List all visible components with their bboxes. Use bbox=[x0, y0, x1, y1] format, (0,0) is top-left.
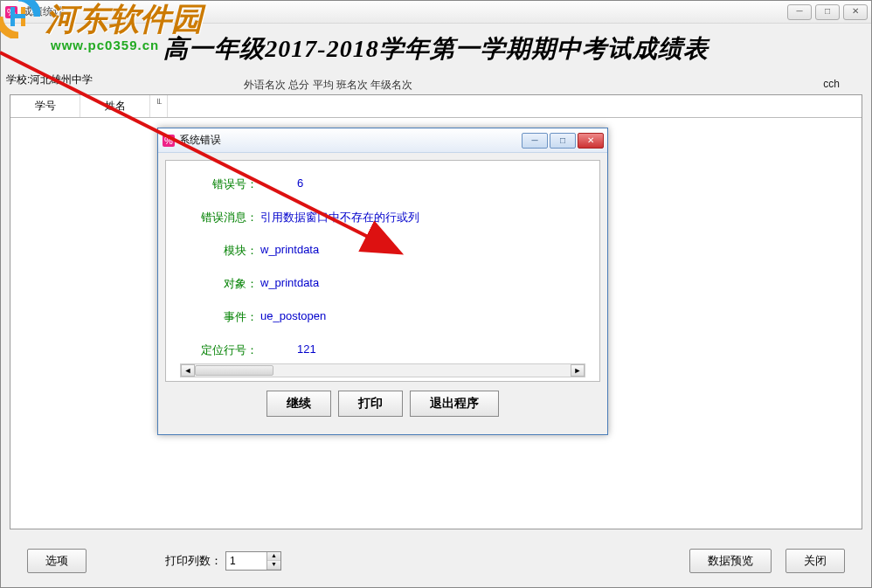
error-icon: % bbox=[162, 134, 176, 148]
school-line: 学校: 河北雄州中学 bbox=[1, 71, 871, 89]
dialog-window-controls: ─ □ ✕ bbox=[520, 133, 604, 149]
grid-header: 学号 姓名 ╙ bbox=[10, 95, 862, 118]
dialog-close[interactable]: ✕ bbox=[578, 133, 604, 149]
module-label: 模块 bbox=[182, 243, 246, 259]
spinner-up[interactable]: ▲ bbox=[267, 552, 280, 561]
line-value: 121 bbox=[297, 342, 316, 358]
school-label: 学校: bbox=[6, 73, 30, 87]
extra-columns: 外语名次 总分 平均 班名次 年级名次 bbox=[244, 78, 412, 93]
row-event: 事件： ue_postopen bbox=[182, 309, 585, 325]
error-panel: 错误号： 6 错误消息： 引用数据窗口中不存在的行或列 模块： w_printd… bbox=[165, 160, 600, 382]
print-cols-input[interactable] bbox=[226, 552, 266, 570]
svg-text:%: % bbox=[164, 135, 173, 146]
svg-text:%: % bbox=[7, 7, 16, 17]
minimize-button[interactable]: ─ bbox=[787, 4, 812, 20]
dialog-buttonbar: 继续 打印 退出程序 bbox=[165, 382, 600, 427]
scroll-thumb[interactable] bbox=[195, 365, 273, 376]
error-dialog: % 系统错误 ─ □ ✕ 错误号： 6 错误消息： 引用数据窗口中不存在的行或列… bbox=[157, 128, 608, 435]
scroll-track[interactable] bbox=[195, 364, 571, 377]
errmsg-value: 引用数据窗口中不存在的行或列 bbox=[260, 210, 419, 225]
dialog-minimize[interactable]: ─ bbox=[522, 133, 548, 149]
object-label: 对象 bbox=[182, 276, 246, 292]
maximize-button[interactable]: □ bbox=[815, 4, 840, 20]
continue-button[interactable]: 继续 bbox=[266, 391, 331, 417]
close-button[interactable]: ✕ bbox=[843, 4, 868, 20]
row-object: 对象： w_printdata bbox=[182, 276, 585, 292]
dialog-content: 错误号： 6 错误消息： 引用数据窗口中不存在的行或列 模块： w_printd… bbox=[158, 153, 607, 434]
print-cols-spinner[interactable]: ▲ ▼ bbox=[225, 551, 281, 571]
row-errno: 错误号： 6 bbox=[182, 176, 585, 192]
event-label: 事件 bbox=[182, 309, 246, 325]
app-icon: % bbox=[4, 5, 18, 19]
preview-button[interactable]: 数据预览 bbox=[689, 549, 772, 573]
event-value: ue_postopen bbox=[260, 309, 326, 325]
col-header-tiny[interactable]: ╙ bbox=[150, 95, 168, 117]
scroll-right-icon[interactable]: ► bbox=[571, 364, 585, 377]
module-value: w_printdata bbox=[260, 243, 319, 259]
row-line: 定位行号： 121 bbox=[182, 342, 585, 358]
errno-label: 错误号 bbox=[182, 176, 246, 192]
close-main-button[interactable]: 关闭 bbox=[785, 549, 845, 573]
print-cols-label: 打印列数： bbox=[165, 553, 222, 569]
row-errmsg: 错误消息： 引用数据窗口中不存在的行或列 bbox=[182, 210, 585, 225]
bottom-bar: 选项 打印列数： ▲ ▼ 数据预览 关闭 bbox=[1, 543, 871, 578]
spinner-down[interactable]: ▼ bbox=[267, 561, 280, 570]
dialog-maximize[interactable]: □ bbox=[550, 133, 576, 149]
window-controls: ─ □ ✕ bbox=[784, 4, 868, 20]
row-module: 模块： w_printdata bbox=[182, 243, 585, 259]
line-label: 定位行号 bbox=[182, 342, 246, 358]
col-header-id[interactable]: 学号 bbox=[10, 95, 80, 117]
school-name: 河北雄州中学 bbox=[30, 73, 93, 87]
dialog-hscrollbar[interactable]: ◄ ► bbox=[180, 363, 585, 377]
dialog-titlebar[interactable]: % 系统错误 ─ □ ✕ bbox=[158, 128, 607, 153]
main-titlebar[interactable]: % 成绩统计 ─ □ ✕ bbox=[1, 1, 871, 24]
errmsg-label: 错误消息 bbox=[182, 210, 246, 225]
print-button[interactable]: 打印 bbox=[338, 391, 403, 417]
dialog-title: 系统错误 bbox=[179, 133, 520, 148]
object-value: w_printdata bbox=[260, 276, 319, 292]
page-title: 高一年级2017-2018学年第一学期期中考试成绩表 bbox=[1, 24, 871, 71]
cch-label: cch bbox=[823, 78, 840, 90]
options-button[interactable]: 选项 bbox=[27, 549, 87, 573]
scroll-left-icon[interactable]: ◄ bbox=[181, 364, 195, 377]
window-title: 成绩统计 bbox=[22, 4, 784, 19]
exit-button[interactable]: 退出程序 bbox=[410, 391, 499, 417]
errno-value: 6 bbox=[297, 176, 303, 192]
col-header-name[interactable]: 姓名 bbox=[80, 95, 150, 117]
